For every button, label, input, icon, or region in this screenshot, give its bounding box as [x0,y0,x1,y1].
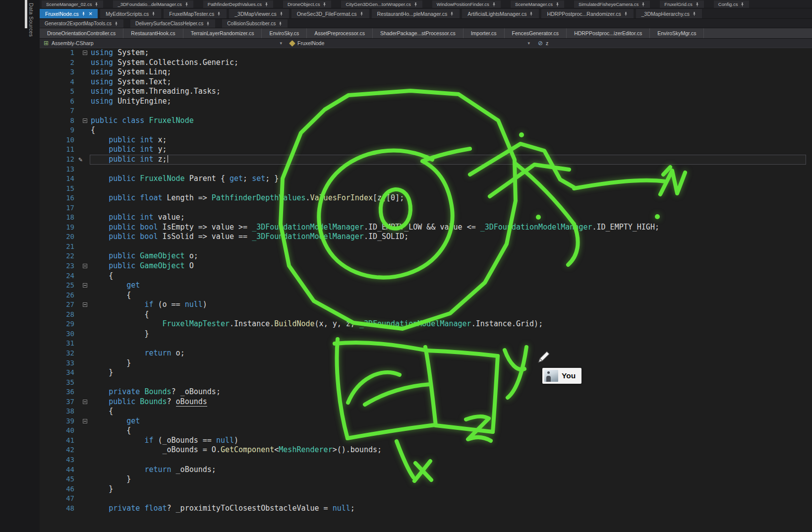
code-line[interactable]: 1using System; [40,48,812,58]
code-line[interactable]: 29 FruxelMapTester.Instance.BuildNode(x,… [40,319,812,329]
code-line[interactable]: 15 [40,184,812,194]
chevron-down-icon[interactable]: ▾ [280,41,282,46]
code-line[interactable]: 40 { [40,426,812,436]
code-line[interactable]: 25 get [40,281,812,291]
project-dropdown[interactable]: ⊞ Assembly-CSharp ▾ [40,39,286,48]
fold-marker[interactable] [83,400,87,404]
code-line[interactable]: 9{ [40,125,812,135]
line-number: 2 [40,58,75,68]
document-tab[interactable]: EnviroSkyMgr.cs [650,28,704,38]
fold-marker[interactable] [83,51,87,55]
document-tab[interactable]: WindowPositionFinder.cs [432,0,501,8]
document-tab[interactable]: FencesGenerator.cs [505,28,567,38]
fold-marker[interactable] [83,283,87,288]
code-line[interactable]: 30 } [40,329,812,339]
document-tab[interactable]: OneSec3D_FileFormat.cs [291,9,369,18]
document-tab[interactable]: Generator2ExportMapTools.cs [40,19,123,28]
document-tab[interactable]: FruxelGrid.cs [660,0,703,8]
line-number: 21 [40,242,75,252]
code-line[interactable]: 10 public int x; [40,135,812,145]
line-number: 9 [40,125,75,135]
code-line[interactable]: 23 public GameObject O [40,261,812,271]
data-sources-side-tab[interactable]: Data Sources [28,3,34,37]
code-line[interactable]: 41 if (_oBounds == null) [40,436,812,446]
code-line[interactable]: 4using System.Text; [40,77,812,87]
document-tab[interactable]: RestaurantHook.cs [123,28,183,38]
code-line[interactable]: 27 if (o == null) [40,300,812,310]
document-tab[interactable]: HDRPPostproc...izerEditor.cs [567,28,650,38]
code-editor[interactable]: 1using System;2using System.Collections.… [40,48,812,532]
code-line[interactable]: 18 public int value; [40,213,812,223]
document-tab[interactable]: DroneObject.cs [283,0,331,8]
document-tab[interactable]: _3DMapViewer.cs [229,9,289,18]
presenter-name-label: You [562,371,576,380]
document-tab[interactable]: DeliverySurfaceClassHelper.cs [130,19,215,28]
document-tab[interactable]: EnviroSky.cs [262,28,307,38]
code-line[interactable]: 20 public bool IsSolid => value == _3DFo… [40,232,812,242]
document-tab[interactable]: SceneManager_02.cs [42,0,103,8]
code-line[interactable]: 47 [40,494,812,504]
document-tab[interactable]: CollisionSubscriber.cs [222,19,288,28]
code-line[interactable]: 26 { [40,291,812,300]
code-line[interactable]: 33 } [40,358,812,368]
fold-marker[interactable] [83,419,87,423]
type-dropdown[interactable]: FruxelNode ▾ [286,39,534,48]
code-line[interactable]: 36 private Bounds? _oBounds; [40,387,812,397]
code-line[interactable]: 24 { [40,271,812,281]
code-line[interactable]: 12✎ public int z; [40,155,812,165]
code-line[interactable]: 32 return o; [40,349,812,358]
fold-marker[interactable] [83,118,87,123]
code-line[interactable]: 8public class FruxelNode [40,116,812,126]
code-line[interactable]: 6using UnityEngine; [40,97,812,107]
code-line[interactable]: 48 private float? _proximityToClosestObs… [40,504,812,514]
document-tab[interactable]: FruxelNode.cs× [40,9,98,18]
code-line[interactable]: 21 [40,242,812,252]
code-line[interactable]: 28 { [40,310,812,320]
code-line[interactable]: 45 } [40,474,812,484]
document-tab[interactable]: ShaderPackage...stProcessor.cs [373,28,464,38]
code-line[interactable]: 34 } [40,368,812,378]
close-icon[interactable]: × [89,10,93,17]
code-line[interactable]: 7 [40,106,812,116]
document-tab[interactable]: ArtificialLightsManager.cs [462,9,539,18]
code-line[interactable]: 39 get [40,416,812,426]
fold-marker[interactable] [83,302,87,307]
member-dropdown[interactable]: ⊘ z [534,39,812,48]
fold-marker[interactable] [83,264,87,268]
code-line[interactable]: 3using System.Linq; [40,67,812,77]
code-text: public float Length => PathfinderDepthVa… [91,193,404,203]
code-line[interactable]: 37 public Bounds? oBounds [40,397,812,407]
document-tab[interactable]: SceneManager.cs [511,0,564,8]
document-tab[interactable]: Config.cs [714,0,750,8]
document-tab[interactable]: CityGen3DGen...torWrapper.cs [341,0,422,8]
code-line[interactable]: 11 public int y; [40,145,812,155]
code-line[interactable]: 17 [40,203,812,213]
document-tab[interactable]: DroneOrientationController.cs [40,28,123,38]
document-tab[interactable]: _3DFoundatio...delManager.cs [113,0,193,8]
chevron-down-icon[interactable]: ▾ [527,41,530,46]
document-tab[interactable]: PathfinderDepthValues.cs [203,0,273,8]
code-line[interactable]: 43 [40,455,812,465]
code-line[interactable]: 44 return _oBounds; [40,465,812,475]
code-line[interactable]: 38 { [40,407,812,416]
code-line[interactable]: 16 public float Length => PathfinderDept… [40,193,812,203]
code-line[interactable]: 2using System.Collections.Generic; [40,58,812,68]
code-line[interactable]: 46 } [40,484,812,494]
code-line[interactable]: 19 public bool IsEmpty => value >= _3DFo… [40,223,812,233]
code-line[interactable]: 35 [40,378,812,388]
code-line[interactable]: 13 [40,165,812,175]
code-line[interactable]: 22 public GameObject o; [40,251,812,261]
document-tab[interactable]: TerrainLayerRandomizer.cs [183,28,262,38]
document-tab[interactable]: MyEditorScripts.cs [100,9,161,18]
document-tab[interactable]: FruxelMapTester.cs [164,9,227,18]
document-tab[interactable]: SimulatedFisheyeCamera.cs [574,0,650,8]
document-tab[interactable]: RestaurantHo...pleManager.cs [372,9,460,18]
document-tab[interactable]: AssetPreprocessor.cs [307,28,373,38]
code-line[interactable]: 42 _oBounds = O.GetComponent<MeshRendere… [40,445,812,455]
document-tab[interactable]: _3DMapHierarchy.cs [636,9,702,18]
code-line[interactable]: 31 [40,339,812,349]
document-tab[interactable]: HDRPPostproc...Randomizer.cs [541,9,633,18]
code-line[interactable]: 14 public FruxelNode Parent { get; set; … [40,174,812,184]
code-line[interactable]: 5using System.Threading.Tasks; [40,87,812,97]
document-tab[interactable]: Importer.cs [464,28,505,38]
